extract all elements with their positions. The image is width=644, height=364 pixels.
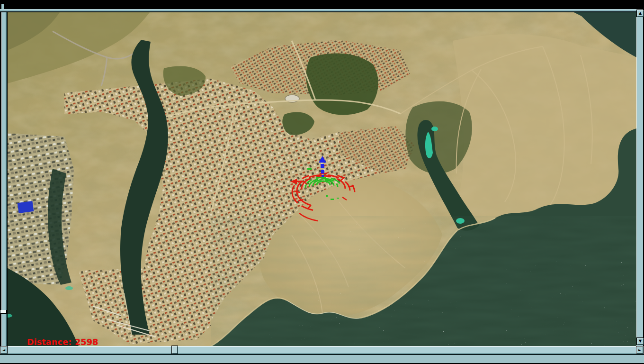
scroll-right-button[interactable]: ► [636,346,644,354]
horizontal-scrollbar-thumb[interactable] [171,346,178,354]
left-splitter-handle[interactable] [0,310,7,314]
scroll-down-button[interactable]: ▼ [636,337,644,345]
frame-left-border [0,12,8,346]
debug-overlay: Distance: 2598 Orient: 360 0 0 curPos: 7… [27,309,321,346]
frame-corner-notch [1,4,4,9]
blue-building [18,201,34,213]
scroll-right-icon: ► [638,348,641,352]
scroll-down-icon: ▼ [639,339,642,343]
scroll-left-icon: ◄ [2,348,5,352]
frame-left-shadow [6,12,7,346]
scroll-up-icon: ▲ [639,11,642,15]
scroll-up-button[interactable]: ▲ [636,9,644,17]
frame-left-strip [2,12,6,346]
debug-distance: Distance: 2598 [27,336,321,346]
terrain-map [8,12,636,346]
status-bar [0,355,644,363]
horizontal-scrollbar-track[interactable] [8,346,636,354]
scroll-left-button[interactable]: ◄ [0,346,8,354]
map-viewport[interactable]: Distance: 2598 Orient: 360 0 0 curPos: 7… [8,12,636,346]
window-top-band [0,0,644,9]
